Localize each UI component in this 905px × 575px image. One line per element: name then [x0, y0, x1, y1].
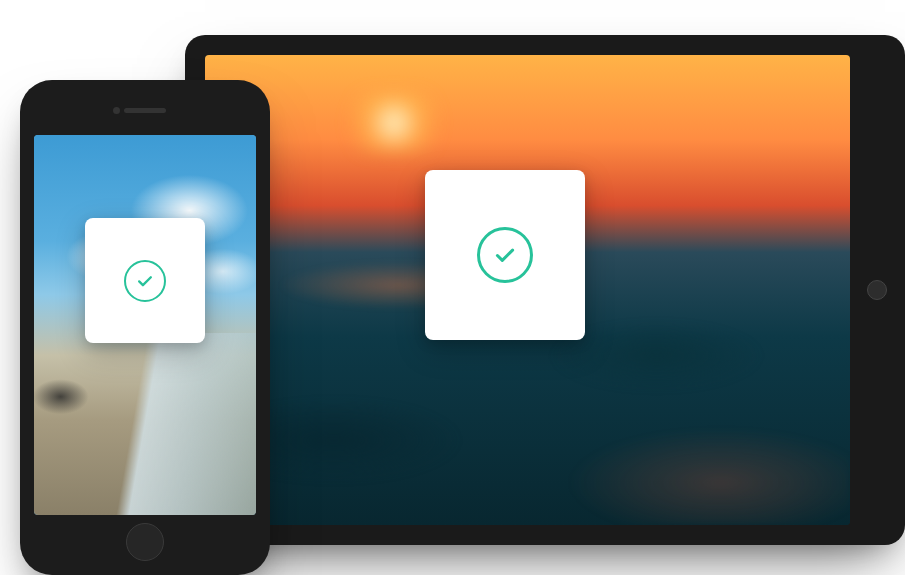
check-circle-icon: [124, 260, 166, 302]
phone-home-button: [126, 523, 164, 561]
check-icon: [492, 242, 518, 268]
tablet-home-button: [867, 280, 887, 300]
success-card-tablet: [425, 170, 585, 340]
check-icon: [135, 271, 155, 291]
phone-camera-dot: [113, 107, 120, 114]
check-circle-icon: [477, 227, 533, 283]
success-card-phone: [85, 218, 205, 343]
phone-speaker: [124, 108, 166, 113]
